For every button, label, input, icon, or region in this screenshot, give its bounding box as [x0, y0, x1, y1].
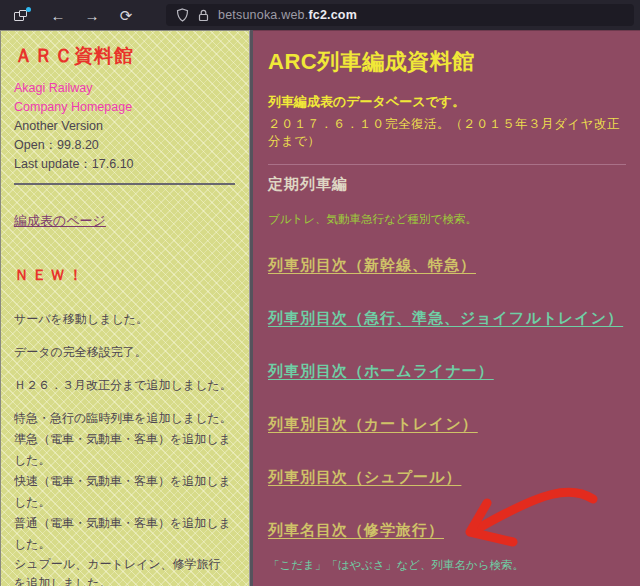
back-button[interactable]: ←	[48, 8, 68, 23]
company-homepage-link[interactable]: Company Homepage	[14, 98, 132, 117]
new-label: ＮＥＷ！	[14, 266, 237, 285]
revival-date-text: ２０１７．６．１０完全復活。（２０１５年３月ダイヤ改正分まで）	[268, 116, 626, 150]
site-title: ＡＲＣ資料館	[14, 43, 237, 69]
url-domain: fc2.com	[308, 8, 357, 22]
main-frame: ARC列車編成資料館 列車編成表のデータベースです。 ２０１７．６．１０完全復活…	[253, 30, 640, 586]
section-heading: 定期列車編	[268, 175, 626, 194]
shield-icon[interactable]	[176, 8, 189, 22]
window-restore-icon[interactable]	[14, 10, 28, 21]
index-link-cartrain[interactable]: 列車別目次（カートレイン）	[268, 415, 478, 434]
index-link-shugakuryoko[interactable]: 列車名目次（修学旅行）	[268, 521, 444, 540]
news-item: を追加しました。	[14, 574, 237, 586]
news-item: 普通（電車・気動車・客車）を追加しました。	[14, 513, 237, 555]
search-hint-type: ブルトレ、気動車急行など種別で検索。	[268, 212, 626, 227]
divider-rule	[268, 164, 626, 165]
open-date-text: Open：99.8.20	[14, 136, 237, 155]
last-update-text: Last update：17.6.10	[14, 155, 237, 174]
akagi-railway-link[interactable]: Akagi Railway	[14, 79, 93, 98]
page-title: ARC列車編成資料館	[268, 47, 626, 77]
search-hint-name: 「こだま」「はやぶさ」など、列車名から検索。	[268, 558, 626, 573]
news-item: 準急（電車・気動車・客車）を追加しました。	[14, 429, 237, 471]
index-link-spur[interactable]: 列車別目次（シュプール）	[268, 468, 461, 487]
another-version-text: Another Version	[14, 117, 237, 136]
subtitle-text: 列車編成表のデータベースです。	[268, 93, 626, 111]
red-arrow-annotation	[447, 483, 599, 555]
news-item: データの完全移設完了。	[14, 342, 237, 363]
browser-toolbar: ← → ⟳ betsunoka.web.fc2.com	[0, 0, 640, 30]
lock-icon[interactable]	[198, 9, 209, 22]
forward-button[interactable]: →	[82, 8, 102, 23]
divider-rule	[14, 183, 235, 185]
index-link-kyuko-junkyu-joyful[interactable]: 列車別目次（急行、準急、ジョイフルトレイン）	[268, 309, 623, 328]
news-item: 特急・急行の臨時列車を追加しました。	[14, 408, 237, 429]
notification-dot	[26, 7, 31, 12]
news-item: サーバを移動しました。	[14, 309, 237, 330]
frameset: ＡＲＣ資料館 Akagi Railway Company Homepage An…	[0, 30, 640, 586]
url-host: betsunoka.web.	[218, 8, 308, 22]
news-item: 快速（電車・気動車・客車）を追加しました。	[14, 471, 237, 513]
news-list: サーバを移動しました。 データの完全移設完了。 Ｈ２６．３月改正分まで追加しまし…	[14, 309, 237, 586]
url-text[interactable]: betsunoka.web.fc2.com	[218, 8, 357, 22]
hensei-page-link[interactable]: 編成表のページ	[14, 212, 106, 230]
index-link-homeliner[interactable]: 列車別目次（ホームライナー）	[268, 362, 494, 381]
news-item: シュプール、カートレイン、修学旅行	[14, 555, 237, 574]
index-link-shinkansen-tokkyu[interactable]: 列車別目次（新幹線、特急）	[268, 256, 476, 275]
left-frame: ＡＲＣ資料館 Akagi Railway Company Homepage An…	[0, 30, 249, 586]
reload-button[interactable]: ⟳	[116, 8, 136, 23]
news-item: Ｈ２６．３月改正分まで追加しました。	[14, 375, 237, 396]
address-bar[interactable]: betsunoka.web.fc2.com	[166, 4, 634, 26]
